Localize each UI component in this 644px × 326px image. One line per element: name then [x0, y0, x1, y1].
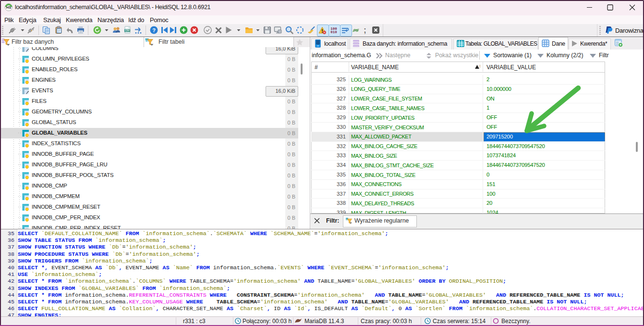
svg-text:HS: HS — [6, 5, 11, 10]
svg-text:010: 010 — [330, 30, 337, 34]
svg-text:;: ; — [364, 26, 366, 34]
svg-text:CSV: CSV — [125, 29, 130, 32]
svg-text:?: ? — [152, 27, 156, 33]
